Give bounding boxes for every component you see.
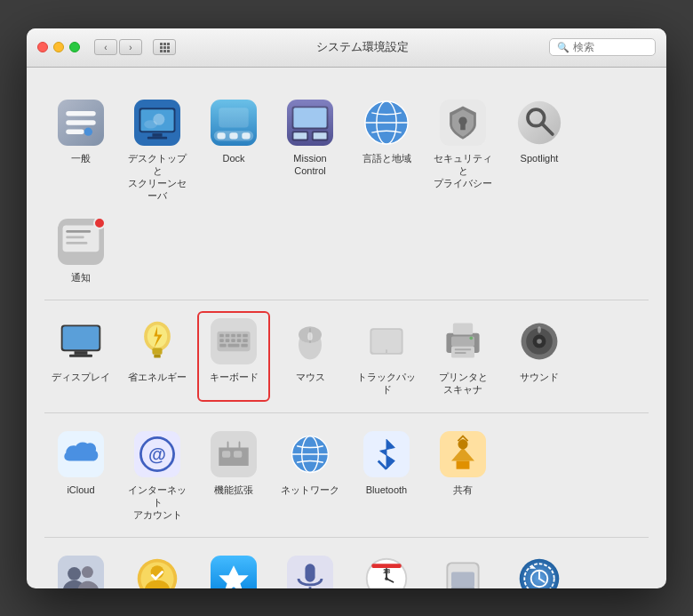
pref-dictation[interactable]: 音声入力と 読み上げ (274, 548, 346, 588)
search-box[interactable]: 🔍 (549, 38, 656, 56)
desktop-icon (132, 98, 182, 148)
pref-keyboard[interactable]: キーボード (197, 311, 270, 402)
back-button[interactable]: ‹ (94, 39, 117, 55)
section-system: ユーザとグループ ペアレンタル コントロール (44, 538, 649, 588)
pref-trackpad[interactable]: トラックパッド (350, 311, 423, 402)
pref-startup[interactable]: 起動 ディスク (426, 548, 499, 588)
startup-icon (438, 554, 488, 588)
svg-rect-20 (293, 108, 326, 127)
keyboard-icon (209, 316, 259, 366)
network-icon (285, 429, 335, 479)
pref-network[interactable]: ネットワーク (274, 424, 346, 527)
titlebar: ‹ › システム環境設定 🔍 (27, 28, 666, 68)
pref-printer[interactable]: プリンタと スキャナ (426, 311, 499, 402)
svg-rect-72 (453, 324, 473, 335)
window-title: システム環境設定 (183, 39, 542, 55)
svg-rect-55 (219, 339, 224, 342)
svg-rect-53 (237, 334, 242, 338)
pref-energy[interactable]: 省エネルギー (121, 311, 194, 402)
security-label: セキュリティと プライバシー (430, 152, 496, 190)
svg-rect-39 (66, 242, 87, 244)
icloud-label: iCloud (67, 484, 94, 496)
language-label: 言語と地域 (362, 152, 411, 164)
desktop-label: デスクトップと スクリーンセーバ (124, 152, 190, 203)
mouse-icon (285, 316, 335, 366)
svg-rect-42 (75, 351, 88, 355)
svg-point-4 (84, 127, 92, 135)
pref-bluetooth[interactable]: Bluetooth (350, 424, 423, 527)
notification-label: 通知 (71, 271, 91, 284)
pref-notification[interactable]: 通知 (44, 212, 117, 289)
pref-parental[interactable]: ペアレンタル コントロール (121, 548, 194, 588)
pref-desktop[interactable]: デスクトップと スクリーンセーバ (121, 92, 194, 208)
trackpad-label: トラックパッド (354, 371, 419, 396)
users-icon (56, 554, 106, 588)
svg-rect-51 (226, 334, 230, 338)
pref-dock[interactable]: Dock (197, 92, 270, 208)
svg-rect-16 (242, 132, 250, 139)
dock-label: Dock (222, 152, 244, 164)
section-internet: iCloud @ インターネット アカウント (44, 413, 649, 539)
svg-point-115 (385, 578, 388, 581)
section-personal: 一般 デスクトップと スクリーンセーバ (44, 82, 649, 300)
svg-point-76 (469, 336, 473, 340)
pref-timemachine[interactable]: Time Machine (503, 548, 576, 588)
security-icon (438, 98, 488, 148)
svg-point-32 (518, 100, 561, 143)
close-button[interactable] (37, 42, 48, 52)
pref-internet[interactable]: @ インターネット アカウント (121, 424, 194, 527)
svg-rect-62 (241, 344, 247, 348)
spotlight-label: Spotlight (521, 152, 559, 164)
spotlight-icon (514, 98, 564, 148)
pref-icloud[interactable]: iCloud (44, 424, 117, 527)
pref-spotlight[interactable]: Spotlight (503, 92, 576, 208)
appstore-icon (209, 554, 259, 588)
pref-sound[interactable]: サウンド (503, 311, 576, 402)
svg-rect-74 (455, 348, 472, 350)
notification-icon (56, 217, 106, 267)
bluetooth-icon (362, 429, 411, 479)
svg-rect-88 (234, 451, 242, 457)
pref-security[interactable]: セキュリティと プライバシー (426, 92, 499, 208)
pref-sharing[interactable]: 共有 (426, 424, 499, 527)
pref-language[interactable]: 言語と地域 (350, 92, 423, 208)
dock-icon (209, 98, 259, 148)
preferences-grid: 一般 デスクトップと スクリーンセーバ (27, 68, 666, 588)
notification-badge (93, 217, 106, 229)
svg-rect-41 (63, 326, 100, 349)
pref-datetime[interactable]: 18 日付と時刻 (350, 548, 423, 588)
pref-appstore[interactable]: App Store (197, 548, 270, 588)
pref-mouse[interactable]: マウス (274, 311, 346, 402)
sound-icon (514, 316, 564, 366)
svg-rect-87 (222, 451, 230, 457)
svg-rect-58 (237, 339, 242, 342)
printer-label: プリンタと スキャナ (439, 371, 488, 396)
dictation-icon (285, 554, 335, 588)
pref-display[interactable]: ディスプレイ (44, 311, 117, 402)
svg-rect-106 (305, 564, 315, 582)
svg-rect-31 (460, 123, 466, 129)
svg-rect-68 (371, 330, 401, 353)
display-icon (56, 316, 106, 366)
search-input[interactable] (573, 41, 649, 53)
timemachine-icon (514, 554, 564, 588)
svg-rect-8 (152, 133, 162, 137)
svg-rect-1 (66, 111, 95, 116)
pref-general[interactable]: 一般 (44, 92, 117, 208)
svg-rect-54 (243, 334, 248, 338)
pref-mission[interactable]: Mission Control (274, 92, 346, 208)
maximize-button[interactable] (69, 42, 80, 52)
pref-users[interactable]: ユーザとグループ (44, 548, 117, 588)
minimize-button[interactable] (53, 42, 64, 52)
svg-rect-97 (461, 439, 465, 445)
search-icon: 🔍 (557, 42, 570, 53)
grid-view-button[interactable] (153, 39, 176, 55)
sharing-icon (438, 429, 488, 479)
forward-button[interactable]: › (119, 39, 142, 55)
extensions-icon (209, 429, 259, 479)
svg-rect-17 (219, 108, 248, 127)
pref-extensions[interactable]: 機能拡張 (197, 424, 270, 527)
svg-rect-50 (219, 334, 224, 338)
system-preferences-window: ‹ › システム環境設定 🔍 (27, 28, 666, 588)
svg-rect-59 (243, 339, 248, 342)
